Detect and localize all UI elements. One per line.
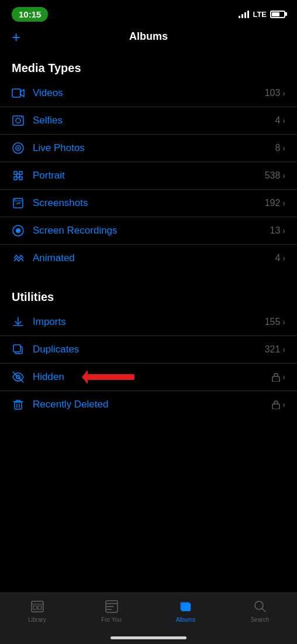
status-time: 10:15	[12, 7, 48, 22]
screen-recordings-chevron-icon: ›	[282, 226, 285, 235]
battery-icon	[270, 11, 285, 18]
media-types-section: Media Types Videos 103 ›	[0, 50, 297, 272]
screenshots-chevron-icon: ›	[282, 198, 285, 208]
list-item-screen-recordings[interactable]: Screen Recordings 13 ›	[0, 217, 297, 245]
list-item-selfies[interactable]: Selfies 4 ›	[0, 107, 297, 135]
selfies-label: Selfies	[33, 115, 275, 126]
recently-deleted-lock-icon	[272, 400, 280, 409]
hidden-chevron-icon: ›	[282, 372, 285, 382]
selfies-chevron-icon: ›	[282, 116, 285, 125]
videos-right: 103 ›	[265, 88, 285, 98]
list-item-animated[interactable]: Animated 4 ›	[0, 245, 297, 272]
page-title: Albums	[129, 30, 168, 43]
utilities-section: Utilities Imports 155 ›	[0, 279, 297, 418]
live-photos-icon	[12, 142, 33, 155]
hidden-label: Hidden	[33, 371, 272, 383]
video-icon	[12, 87, 33, 100]
animated-count: 4	[275, 253, 280, 263]
svg-point-28	[255, 601, 263, 609]
screenshots-count: 192	[265, 198, 281, 208]
lock-icon	[272, 372, 280, 382]
signal-bar-4	[247, 11, 249, 18]
svg-rect-20	[272, 404, 279, 409]
status-bar: 10:15 LTE	[0, 0, 297, 26]
library-tab-icon	[30, 599, 45, 614]
videos-chevron-icon: ›	[282, 88, 285, 98]
hidden-icon	[12, 371, 33, 383]
svg-rect-27	[182, 604, 189, 610]
for-you-tab-icon	[104, 599, 119, 614]
trash-icon	[12, 398, 33, 411]
utilities-header: Utilities	[0, 279, 297, 309]
svg-rect-23	[38, 606, 42, 609]
portrait-count: 538	[265, 170, 281, 181]
content-area: Media Types Videos 103 ›	[0, 50, 297, 465]
svg-rect-0	[12, 89, 20, 97]
svg-rect-22	[33, 606, 37, 609]
media-types-header: Media Types	[0, 50, 297, 80]
signal-bar-1	[239, 16, 240, 18]
screen-recordings-label: Screen Recordings	[33, 225, 270, 237]
add-button[interactable]: +	[12, 29, 20, 44]
screenshots-icon	[12, 197, 33, 210]
imports-icon	[12, 316, 33, 328]
list-item-live-photos[interactable]: Live Photos 8 ›	[0, 135, 297, 162]
for-you-tab-label: For You	[101, 616, 121, 623]
imports-label: Imports	[33, 316, 265, 328]
search-tab-label: Search	[251, 616, 270, 623]
portrait-chevron-icon: ›	[282, 171, 285, 180]
recently-deleted-label: Recently Deleted	[33, 399, 272, 410]
portrait-right: 538 ›	[265, 170, 285, 181]
live-photos-right: 8 ›	[275, 143, 285, 153]
svg-rect-19	[15, 402, 22, 409]
recently-deleted-chevron-icon: ›	[282, 400, 285, 409]
list-item-videos[interactable]: Videos 103 ›	[0, 80, 297, 107]
svg-marker-17	[82, 370, 88, 384]
duplicates-icon	[12, 343, 33, 356]
svg-point-7	[16, 174, 20, 177]
list-item-portrait[interactable]: Portrait 538 ›	[0, 162, 297, 190]
list-item-screenshots[interactable]: Screenshots 192 ›	[0, 190, 297, 217]
animated-right: 4 ›	[275, 253, 285, 263]
lte-label: LTE	[253, 10, 267, 19]
nav-header: + Albums	[0, 26, 297, 50]
signal-bar-3	[244, 12, 246, 18]
list-item-hidden[interactable]: Hidden ›	[0, 364, 297, 391]
svg-rect-18	[272, 376, 279, 382]
screen-recordings-count: 13	[270, 225, 281, 236]
svg-rect-16	[88, 374, 134, 380]
tab-for-you[interactable]: For You	[74, 599, 148, 623]
albums-tab-label: Albums	[176, 616, 195, 623]
imports-chevron-icon: ›	[282, 317, 285, 327]
animated-icon	[12, 252, 33, 265]
status-right: LTE	[239, 10, 285, 19]
videos-label: Videos	[33, 87, 265, 99]
selfies-right: 4 ›	[275, 115, 285, 126]
list-item-duplicates[interactable]: Duplicates 321 ›	[0, 336, 297, 364]
annotation-arrow	[82, 368, 152, 386]
live-photos-chevron-icon: ›	[282, 143, 285, 153]
live-photos-label: Live Photos	[33, 142, 275, 154]
tab-albums[interactable]: Albums	[148, 599, 223, 623]
imports-count: 155	[265, 317, 281, 327]
library-tab-label: Library	[28, 616, 46, 623]
search-tab-icon	[253, 599, 268, 614]
portrait-label: Portrait	[33, 170, 265, 181]
selfies-count: 4	[275, 115, 280, 126]
tab-library[interactable]: Library	[0, 599, 74, 623]
live-photos-count: 8	[275, 143, 280, 153]
signal-bars-icon	[239, 10, 249, 18]
screenshots-label: Screenshots	[33, 197, 265, 209]
list-item-imports[interactable]: Imports 155 ›	[0, 309, 297, 336]
selfie-icon	[12, 114, 33, 127]
svg-point-9	[15, 199, 16, 200]
duplicates-right: 321 ›	[265, 344, 285, 355]
svg-line-29	[262, 609, 265, 612]
hidden-right: ›	[272, 372, 285, 382]
signal-bar-2	[241, 14, 243, 18]
tab-search[interactable]: Search	[223, 599, 297, 623]
svg-point-3	[21, 117, 22, 118]
duplicates-label: Duplicates	[33, 344, 265, 355]
section-divider	[0, 272, 297, 279]
list-item-recently-deleted[interactable]: Recently Deleted ›	[0, 391, 297, 418]
